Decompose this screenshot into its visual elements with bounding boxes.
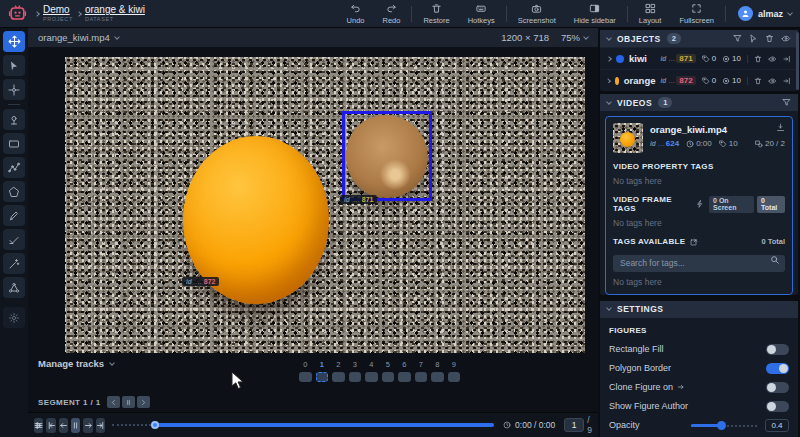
tool-mask-pen[interactable] <box>3 229 25 250</box>
frame-9[interactable]: 9 <box>448 360 461 382</box>
total-chip: 0 Total <box>757 196 785 213</box>
breadcrumb-project[interactable]: Demo PROJECT <box>43 5 73 23</box>
breadcrumb-dataset[interactable]: orange & kiwi DATASET <box>85 5 145 23</box>
frame-3[interactable]: 3 <box>349 360 362 382</box>
video-frame[interactable]: id … 871 id … 872 <box>65 57 585 353</box>
tool-brush[interactable] <box>3 205 25 226</box>
app-logo-icon[interactable] <box>8 4 27 23</box>
tool-pointer[interactable] <box>3 55 25 76</box>
object-row-orange[interactable]: orange id…872 0 10 <box>600 69 798 91</box>
settings-title: SETTINGS <box>617 304 664 314</box>
show-author-toggle[interactable] <box>766 401 789 412</box>
pointer-icon[interactable] <box>749 34 758 43</box>
frame-1[interactable]: 1 <box>316 360 329 382</box>
step-back-button[interactable] <box>59 418 68 433</box>
figures-group-title: FIGURES <box>609 326 789 335</box>
chevron-right-icon[interactable] <box>606 78 611 83</box>
object-row-kiwi[interactable]: kiwi id…871 0 10 <box>600 47 798 69</box>
zoom-select[interactable]: 75% <box>561 32 588 43</box>
canvas-header: orange_kiwi.mp4 1200 × 718 75% <box>28 28 598 47</box>
manage-tracks-dropdown[interactable]: Manage tracks <box>38 358 114 369</box>
step-forward-button[interactable] <box>83 418 92 433</box>
trash-icon[interactable] <box>754 77 762 85</box>
trash-icon[interactable] <box>754 55 762 63</box>
frame-8[interactable]: 8 <box>431 360 444 382</box>
segment-prev-button[interactable] <box>107 396 120 408</box>
chevron-down-icon <box>606 99 612 105</box>
eye-icon[interactable] <box>768 55 777 63</box>
tool-move[interactable] <box>3 31 25 52</box>
download-icon[interactable] <box>776 123 785 132</box>
tool-point[interactable] <box>3 109 25 130</box>
avatar <box>738 6 753 21</box>
filter-icon[interactable] <box>733 34 742 43</box>
frame-6[interactable]: 6 <box>398 360 411 382</box>
right-panel: OBJECTS 2 kiwi id…871 0 10 <box>598 28 800 437</box>
tool-polygon[interactable] <box>3 181 25 202</box>
jump-start-button[interactable] <box>46 418 55 433</box>
ellipsis: … <box>195 278 201 285</box>
redo-button[interactable]: Redo <box>373 0 409 27</box>
rectangle-fill-toggle[interactable] <box>766 344 789 355</box>
chevron-right-icon[interactable] <box>606 56 612 62</box>
grid-icon <box>645 3 656 14</box>
hide-sidebar-button[interactable]: Hide sidebar <box>565 0 625 27</box>
frame-0[interactable]: 0 <box>299 360 312 382</box>
tool-graph[interactable] <box>3 277 25 298</box>
fullscreen-button[interactable]: Fullscreen <box>670 0 723 27</box>
dataset-link[interactable]: orange & kiwi <box>85 5 145 15</box>
setting-show-author: Show Figure Author <box>609 400 789 413</box>
playback-settings-button[interactable] <box>34 418 43 433</box>
frame-4[interactable]: 4 <box>365 360 378 382</box>
video-file-dropdown[interactable]: orange_kiwi.mp4 <box>38 32 119 43</box>
settings-header[interactable]: SETTINGS <box>600 301 798 318</box>
edit-icon[interactable] <box>690 238 698 246</box>
frame-input[interactable] <box>564 418 584 432</box>
frame-5[interactable]: 5 <box>382 360 395 382</box>
eye-icon[interactable] <box>781 34 791 43</box>
trash-icon[interactable] <box>765 34 774 43</box>
divider <box>627 6 628 22</box>
frame-counter: / 9 <box>564 415 592 435</box>
frame-7[interactable]: 7 <box>415 360 428 382</box>
segment-next-button[interactable] <box>137 396 150 408</box>
move-to-icon[interactable] <box>783 77 791 85</box>
video-card-selected[interactable]: orange_kiwi.mp4 id…624 0:00 10 20 / 2 VI… <box>605 116 793 295</box>
screenshot-button[interactable]: Screenshot <box>509 0 565 27</box>
id-glyph: id <box>186 278 192 285</box>
restore-button[interactable]: Restore <box>414 0 458 27</box>
filter-icon[interactable] <box>782 98 791 107</box>
polygon-border-toggle[interactable] <box>766 363 789 374</box>
tool-pan[interactable] <box>3 79 25 100</box>
frame-tags-empty: No tags here <box>613 218 785 228</box>
videos-header[interactable]: VIDEOS 1 <box>600 94 798 111</box>
objects-header[interactable]: OBJECTS 2 <box>600 30 798 47</box>
kiwi-bounding-box[interactable] <box>342 111 432 201</box>
orange-figure-label[interactable]: id … 872 <box>182 277 219 286</box>
eye-icon[interactable] <box>768 77 777 85</box>
tool-polyline[interactable] <box>3 157 25 178</box>
tool-smart[interactable] <box>3 253 25 274</box>
user-menu[interactable]: almaz <box>738 6 792 21</box>
chevron-down-icon <box>787 10 793 16</box>
project-link[interactable]: Demo <box>43 5 73 15</box>
pause-button[interactable] <box>71 418 80 433</box>
seek-bar[interactable] <box>112 421 494 429</box>
tag-search-input[interactable] <box>613 255 785 272</box>
layout-button[interactable]: Layout <box>630 0 671 27</box>
segment-pause-button[interactable] <box>122 396 135 408</box>
tool-settings[interactable] <box>3 307 25 328</box>
object-name: kiwi <box>629 53 647 64</box>
opacity-slider[interactable] <box>691 421 757 430</box>
jump-end-button[interactable] <box>96 418 105 433</box>
scrollbar-thumb[interactable] <box>796 32 799 90</box>
clone-figure-toggle[interactable] <box>766 382 789 393</box>
tool-sidebar <box>0 28 28 437</box>
frame-2[interactable]: 2 <box>332 360 345 382</box>
tool-rectangle[interactable] <box>3 133 25 154</box>
seek-handle[interactable] <box>151 421 159 429</box>
hotkeys-button[interactable]: Hotkeys <box>459 0 504 27</box>
undo-button[interactable]: Undo <box>338 0 374 27</box>
kiwi-figure-label[interactable]: id … 871 <box>340 195 377 204</box>
move-to-icon[interactable] <box>783 55 791 63</box>
